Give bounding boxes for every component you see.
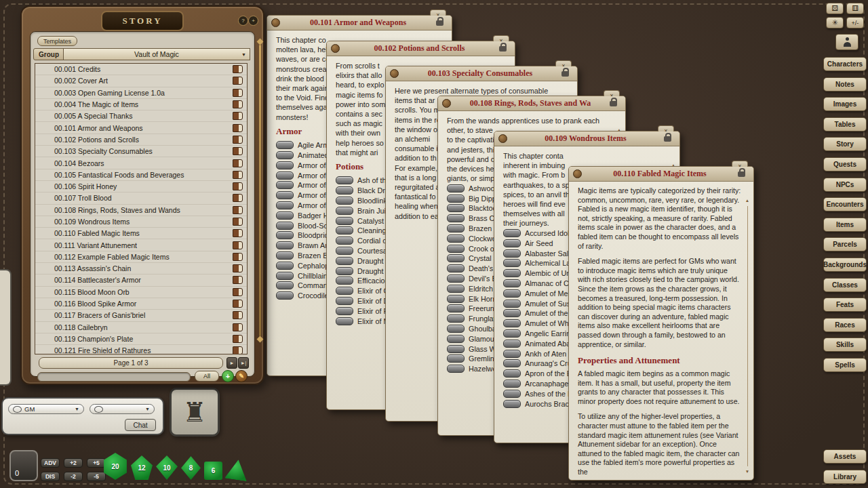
link-pill-icon[interactable] [447, 345, 465, 353]
story-browser-window[interactable]: STORY ? + Templates Group Vault of Magic… [20, 5, 264, 385]
die-d20[interactable]: 20 [103, 453, 127, 480]
link-pill-icon[interactable] [503, 309, 521, 317]
link-pill-icon[interactable] [336, 207, 353, 215]
roll-button-dis[interactable]: DIS [41, 472, 60, 481]
link-pill-icon[interactable] [447, 204, 465, 212]
link-pill-icon[interactable] [447, 325, 465, 333]
story-list-row[interactable]: 00.113 Assassin's Chain [35, 263, 247, 274]
link-pill-icon[interactable] [447, 314, 465, 323]
story-list-row[interactable]: 00.004 The Magic of Items [35, 99, 247, 110]
window-titlebar[interactable]: 00.103 Specialty Consumables [386, 66, 577, 81]
story-list-row[interactable]: 00.119 Champion's Plate [35, 333, 247, 345]
story-list-row[interactable]: 00.115 Blood Moon Orb [35, 287, 247, 298]
story-list-row[interactable]: 00.005 A Special Thanks [35, 110, 247, 122]
lock-icon[interactable] [499, 46, 507, 52]
story-list-row[interactable]: 00.106 Spirit Honey [35, 181, 247, 192]
link-pill-icon[interactable] [336, 267, 353, 275]
link-pill-icon[interactable] [276, 262, 294, 270]
link-pill-icon[interactable] [336, 257, 353, 265]
drag-handle-icon[interactable] [390, 69, 399, 78]
book-icon[interactable] [233, 77, 243, 85]
modifier-stack-box[interactable]: 0 [9, 450, 38, 481]
roll-button--2[interactable]: -2 [64, 472, 83, 481]
last-page-button[interactable]: ►| [238, 357, 249, 369]
story-list-row[interactable]: 00.107 Troll Blood [35, 192, 247, 204]
settings-gear-icon[interactable]: ✳ [826, 17, 844, 28]
link-pill-icon[interactable] [336, 217, 353, 225]
link-pill-icon[interactable] [447, 235, 465, 243]
link-pill-icon[interactable] [503, 400, 521, 408]
link-pill-icon[interactable] [447, 335, 465, 343]
story-list-row[interactable]: 00.001 Credits [35, 64, 247, 75]
link-pill-icon[interactable] [276, 281, 294, 289]
sidebar-button-races[interactable]: Races [823, 318, 867, 332]
window-titlebar[interactable]: 00.110 Fabled Magic Items [569, 167, 753, 182]
dice-tower[interactable]: ♜ [170, 388, 220, 436]
link-pill-icon[interactable] [447, 254, 465, 262]
link-pill-icon[interactable] [336, 317, 353, 325]
link-pill-icon[interactable] [276, 222, 294, 230]
sidebar-button-spells[interactable]: Spells [823, 358, 867, 372]
drag-handle-icon[interactable] [573, 169, 582, 178]
book-icon[interactable] [233, 311, 243, 319]
link-pill-icon[interactable] [503, 369, 521, 378]
die-d8[interactable]: 8 [181, 456, 201, 480]
book-icon[interactable] [233, 229, 243, 237]
drag-handle-icon[interactable] [331, 44, 340, 53]
decorative-scrollbar[interactable] [259, 45, 261, 336]
link-pill-icon[interactable] [276, 161, 294, 169]
search-input[interactable] [37, 372, 191, 382]
sidebar-button-items[interactable]: Items [823, 218, 867, 232]
sidebar-button-tables[interactable]: Tables [823, 117, 867, 131]
roll-button-adv[interactable]: ADV [41, 458, 60, 468]
window-titlebar[interactable]: 00.102 Potions and Scrolls [327, 41, 515, 56]
sidebar-button-backgrounds[interactable]: Backgrounds [823, 258, 867, 272]
sidebar-button-library[interactable]: Library [823, 470, 867, 484]
book-icon[interactable] [233, 89, 243, 97]
link-pill-icon[interactable] [503, 279, 521, 287]
link-pill-icon[interactable] [503, 340, 521, 348]
book-icon[interactable] [233, 206, 243, 214]
link-pill-icon[interactable] [503, 239, 521, 247]
story-list-row[interactable]: 00.114 Battlecaster's Armor [35, 274, 247, 286]
link-pill-icon[interactable] [503, 259, 521, 267]
link-pill-icon[interactable] [336, 247, 353, 255]
book-icon[interactable] [233, 194, 243, 202]
link-pill-icon[interactable] [336, 186, 353, 195]
book-icon[interactable] [233, 112, 243, 120]
sidebar-button-feats[interactable]: Feats [823, 298, 867, 312]
sidebar-button-npcs[interactable]: NPCs [823, 178, 867, 192]
chat-tab[interactable]: Chat [125, 419, 156, 431]
story-list-row[interactable]: 00.101 Armor and Weapons [35, 122, 247, 134]
scroll-down-icon[interactable]: ▼ [745, 469, 749, 474]
story-list-row[interactable]: 00.118 Cailebryn [35, 322, 247, 333]
link-pill-icon[interactable] [503, 319, 521, 327]
link-pill-icon[interactable] [276, 291, 294, 300]
sidebar-button-encounters[interactable]: Encounters [823, 197, 867, 211]
book-icon[interactable] [233, 276, 243, 284]
link-pill-icon[interactable] [336, 226, 353, 235]
link-pill-icon[interactable] [447, 274, 465, 283]
link-pill-icon[interactable] [503, 390, 521, 398]
language-dropdown[interactable]: ▼ [90, 404, 155, 414]
link-pill-icon[interactable] [276, 181, 294, 189]
lock-icon[interactable] [610, 101, 617, 106]
pin-icon[interactable]: + [248, 16, 258, 26]
story-list-row[interactable]: 00.111 Variant Attunement [35, 239, 247, 251]
story-window-110[interactable]: × 00.110 Fabled Magic Items Magic items … [568, 166, 754, 481]
link-pill-icon[interactable] [276, 241, 294, 249]
story-list-row[interactable]: 00.117 Bracers of Ganis'briel [35, 310, 247, 321]
link-pill-icon[interactable] [447, 214, 465, 222]
story-list-row[interactable]: 00.003 Open Gaming License 1.0a [35, 87, 247, 99]
next-page-button[interactable]: ► [226, 357, 237, 369]
scrollbar[interactable]: ▲▼ [744, 198, 751, 474]
book-icon[interactable] [233, 136, 243, 144]
link-pill-icon[interactable] [276, 251, 294, 260]
filter-all-button[interactable]: All [195, 371, 219, 382]
die-d12[interactable]: 12 [131, 455, 153, 480]
book-icon[interactable] [233, 171, 243, 179]
book-icon[interactable] [233, 147, 243, 155]
link-pill-icon[interactable] [447, 224, 465, 232]
sidebar-button-notes[interactable]: Notes [823, 77, 867, 92]
die-d6[interactable]: 6 [204, 462, 222, 480]
